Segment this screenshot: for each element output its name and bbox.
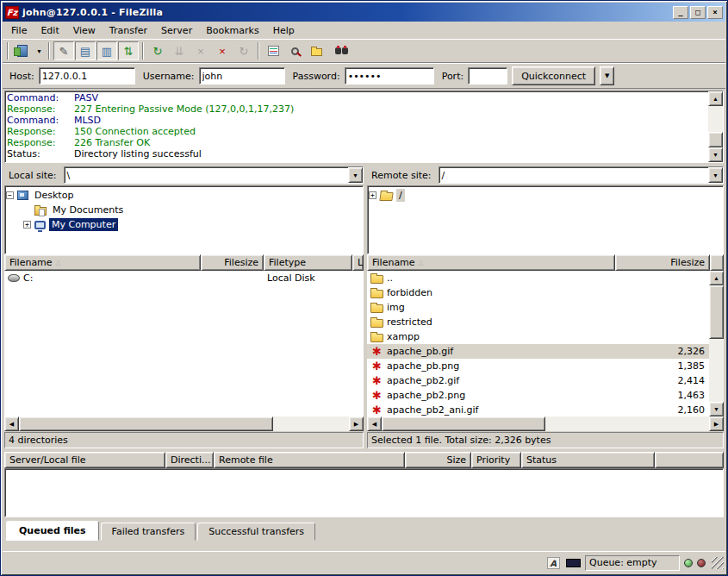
expand-icon[interactable]: + <box>23 221 31 229</box>
refresh-button[interactable]: ↻ <box>147 41 168 60</box>
scrollbar-thumb[interactable] <box>19 416 273 431</box>
column-size[interactable]: Size <box>405 452 471 468</box>
menu-bookmarks[interactable]: Bookmarks <box>199 23 265 38</box>
remote-row-folder[interactable]: img <box>367 300 709 315</box>
remote-list-body: .. forbidden img restricted <box>367 271 709 416</box>
remote-row-file[interactable]: ✱apache_pb.png 1,385 <box>367 359 709 373</box>
toggle-message-log-button[interactable]: ✎ <box>53 41 74 60</box>
directory-filters-button[interactable] <box>263 41 283 60</box>
scroll-left-icon[interactable]: ◀ <box>367 416 382 431</box>
remote-site-combo[interactable]: / ▼ <box>439 166 724 184</box>
remote-row-file[interactable]: ✱apache_pb2.gif 2,414 <box>367 373 709 388</box>
expand-icon[interactable]: + <box>369 191 376 199</box>
column-remote-file[interactable]: Remote file <box>214 452 405 468</box>
column-last-modified[interactable]: L <box>352 254 364 271</box>
column-server-local-file[interactable]: Server/Local file <box>4 452 165 468</box>
reconnect-button[interactable]: ↻ <box>233 41 254 60</box>
column-filetype[interactable]: Filetype <box>264 254 352 271</box>
column-filename[interactable]: Filename△ <box>4 254 201 271</box>
column-filesize[interactable]: Filesize <box>615 254 710 271</box>
process-queue-button[interactable]: ⇊ <box>169 41 190 60</box>
tab-queued-files[interactable]: Queued files <box>6 521 99 541</box>
scrollbar-thumb[interactable] <box>708 132 723 147</box>
remote-row-parent-dir[interactable]: .. <box>367 271 709 285</box>
menu-help[interactable]: Help <box>266 23 302 38</box>
toolbar: ▼ ✎ ▤ ▥ ⇅ ↻ ⇊ × × ↻ <box>3 39 725 63</box>
remote-row-folder[interactable]: forbidden <box>367 285 709 300</box>
remote-row-file-selected[interactable]: ✱apache_pb.gif 2,326 <box>367 344 709 359</box>
toggle-queue-button[interactable]: ⇅ <box>118 41 139 60</box>
log-vertical-scrollbar[interactable]: ▲ ▼ <box>708 91 723 162</box>
remote-vertical-scrollbar[interactable]: ▲ ▼ <box>709 271 724 416</box>
menu-edit[interactable]: Edit <box>34 23 65 38</box>
quickconnect-button[interactable]: Quickconnect <box>512 66 595 85</box>
collapse-icon[interactable]: − <box>6 191 14 199</box>
local-row-c-drive[interactable]: C: Local Disk <box>4 271 364 285</box>
toggle-local-tree-button[interactable]: ▤ <box>75 41 96 60</box>
tree-item-my-computer[interactable]: + My Computer <box>6 217 362 232</box>
cancel-operation-button[interactable]: × <box>190 41 211 60</box>
queue-tabs: Queued files Failed transfers Successful… <box>3 519 725 541</box>
local-site-bar: Local site: \ ▼ <box>4 166 364 185</box>
menu-file[interactable]: File <box>4 23 34 38</box>
log-line: Command:PASV <box>7 92 706 103</box>
resize-grip[interactable] <box>712 557 724 569</box>
menu-bar: File Edit View Transfer Server Bookmarks… <box>3 22 725 39</box>
remote-row-file[interactable]: ✱apache_pb2.png 1,463 <box>367 388 709 403</box>
scroll-up-icon[interactable]: ▲ <box>708 91 723 106</box>
folder-icon <box>370 319 383 328</box>
scroll-down-icon[interactable]: ▼ <box>709 402 724 416</box>
scrollbar-thumb[interactable] <box>382 416 545 431</box>
open-folder-icon <box>379 192 393 201</box>
disconnect-button[interactable]: × <box>212 41 233 60</box>
column-status[interactable]: Status <box>521 452 655 468</box>
port-input[interactable] <box>468 67 507 85</box>
scroll-right-icon[interactable]: ▶ <box>709 416 724 431</box>
toolbar-separator <box>258 42 259 59</box>
remote-row-folder[interactable]: restricted <box>367 315 709 329</box>
local-horizontal-scrollbar[interactable]: ◀ ▶ <box>4 416 364 431</box>
disconnect-icon: × <box>219 45 226 58</box>
close-button[interactable]: × <box>707 6 723 19</box>
column-priority[interactable]: Priority <box>471 452 521 468</box>
remote-row-file[interactable]: ✱apache_pb2_ani.gif 2,160 <box>367 403 709 416</box>
scrollbar-thumb[interactable] <box>709 285 724 339</box>
remote-tree-icon: ▥ <box>102 45 112 58</box>
scroll-left-icon[interactable]: ◀ <box>4 416 19 431</box>
find-files-button[interactable] <box>327 41 348 60</box>
menu-transfer[interactable]: Transfer <box>103 23 154 38</box>
remote-row-folder[interactable]: xampp <box>367 329 709 344</box>
password-input[interactable] <box>345 67 434 85</box>
column-filename[interactable]: Filename△ <box>367 254 615 271</box>
tree-item-desktop[interactable]: − Desktop <box>6 188 362 203</box>
tree-item-my-documents[interactable]: My Documents <box>6 203 362 217</box>
speed-limit-icon[interactable] <box>565 556 581 570</box>
synchronized-browsing-button[interactable] <box>306 41 327 60</box>
host-input[interactable] <box>39 67 135 85</box>
menu-view[interactable]: View <box>66 23 103 38</box>
minimize-button[interactable]: _ <box>673 6 688 19</box>
combo-dropdown-icon[interactable]: ▼ <box>348 167 363 183</box>
directory-comparison-button[interactable] <box>284 41 305 60</box>
toggle-remote-tree-button[interactable]: ▥ <box>96 41 117 60</box>
tab-successful-transfers[interactable]: Successful transfers <box>197 523 315 541</box>
quickconnect-dropdown[interactable]: ▼ <box>600 66 614 85</box>
toolbar-separator <box>142 42 144 59</box>
transfer-type-indicator[interactable]: A <box>545 556 561 570</box>
tab-failed-transfers[interactable]: Failed transfers <box>101 523 196 541</box>
local-site-combo[interactable]: \ ▼ <box>64 166 364 184</box>
combo-dropdown-icon[interactable]: ▼ <box>708 167 723 183</box>
site-manager-dropdown[interactable]: ▼ <box>34 41 45 60</box>
username-input[interactable] <box>199 67 285 85</box>
scroll-up-icon[interactable]: ▲ <box>709 271 724 285</box>
menu-server[interactable]: Server <box>154 23 199 38</box>
column-filesize[interactable]: Filesize <box>201 254 264 271</box>
tree-item-root[interactable]: + / <box>369 188 722 203</box>
maximize-button[interactable]: □ <box>690 6 706 19</box>
scroll-down-icon[interactable]: ▼ <box>708 147 723 162</box>
local-pane: Local site: \ ▼ − Desktop My Documents <box>4 166 364 448</box>
remote-horizontal-scrollbar[interactable]: ◀ ▶ <box>367 416 724 431</box>
column-direction[interactable]: Directi... <box>165 452 214 468</box>
scroll-right-icon[interactable]: ▶ <box>349 416 364 431</box>
site-manager-button[interactable] <box>12 41 33 60</box>
